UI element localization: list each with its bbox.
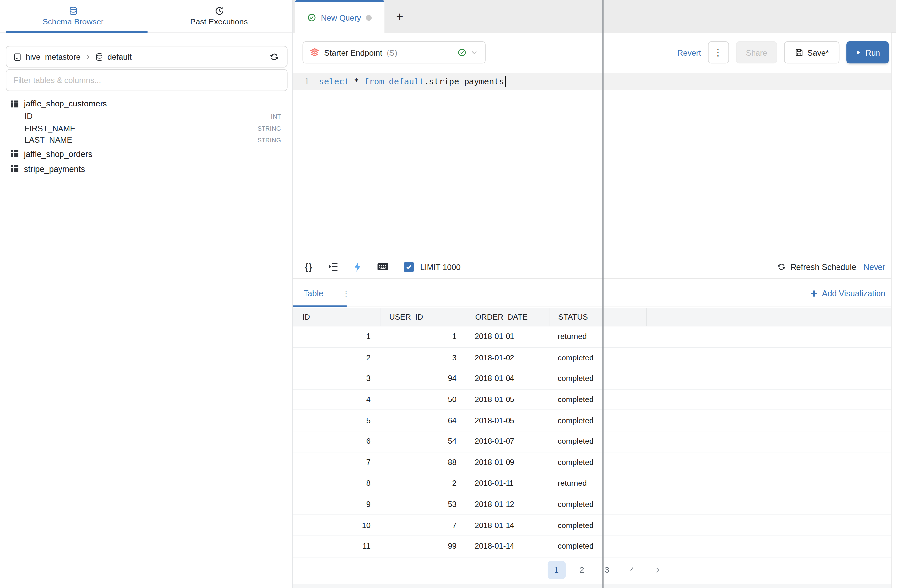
tab-table[interactable]: Table — [303, 279, 323, 307]
refresh-schedule-label: Refresh Schedule — [790, 262, 856, 271]
cell: completed — [549, 494, 646, 514]
format-indent-icon[interactable] — [328, 261, 339, 272]
page-button-1[interactable]: 1 — [547, 561, 566, 579]
sql-code[interactable]: select * from default.stripe_payments — [319, 77, 504, 86]
table-name: jaffle_shop_customers — [24, 99, 107, 108]
page-button-2[interactable]: 2 — [573, 561, 591, 579]
cell: completed — [549, 389, 646, 410]
refresh-schedule-value[interactable]: Never — [863, 262, 886, 271]
table-name: jaffle_shop_orders — [24, 149, 92, 159]
table-row: 7882018-01-09completed — [293, 453, 891, 473]
endpoint-status-icon — [458, 48, 466, 57]
cell: 3 — [293, 368, 380, 389]
cell: 9 — [293, 494, 380, 514]
refresh-schedule: Refresh Schedule Never — [777, 262, 891, 271]
cell: 7 — [380, 515, 466, 536]
table-name: stripe_payments — [24, 164, 85, 173]
breadcrumb-path[interactable]: hive_metastore default — [6, 52, 261, 62]
unsaved-dot-icon[interactable] — [366, 15, 371, 20]
column-type: STRING — [258, 125, 281, 132]
table-row: 6542018-01-07completed — [293, 431, 891, 452]
add-visualization-button[interactable]: Add Visualization — [810, 279, 886, 307]
check-circle-icon — [308, 13, 317, 22]
refresh-schedule-icon — [777, 262, 786, 271]
editor-tools: {} — [293, 261, 461, 272]
editor-active-line[interactable]: 1 select * from default.stripe_payments — [293, 73, 891, 90]
tree-column-ID[interactable]: IDINT — [0, 111, 292, 122]
column-header-ID[interactable]: ID — [293, 308, 380, 326]
code-token: * — [349, 77, 364, 86]
cell: 2018-01-14 — [466, 536, 549, 557]
play-icon — [855, 49, 861, 55]
query-tab-new-query[interactable]: New Query — [295, 0, 384, 33]
page-button-3[interactable]: 3 — [598, 561, 616, 579]
plus-icon — [810, 290, 818, 297]
filter-input[interactable] — [6, 69, 287, 91]
tab-label: Past Executions — [191, 17, 248, 26]
table-tab-menu-icon[interactable]: ⋮ — [342, 279, 350, 307]
cell: 3 — [380, 348, 466, 368]
share-button[interactable]: Share — [736, 42, 777, 64]
sidebar-tabs: Schema Browser Past Executions — [0, 0, 292, 33]
line-number: 1 — [293, 77, 309, 86]
cell: 1 — [293, 326, 380, 347]
column-header-USER_ID[interactable]: USER_ID — [380, 308, 466, 326]
scrollbar-gutter[interactable] — [891, 33, 896, 588]
lightning-icon[interactable] — [354, 261, 362, 272]
endpoint-select[interactable]: Starter Endpoint (S) — [303, 42, 486, 64]
cell: 10 — [293, 515, 380, 536]
cell: completed — [549, 348, 646, 368]
column-header-ORDER_DATE[interactable]: ORDER_DATE — [466, 308, 549, 326]
endpoint-stack-icon — [310, 48, 319, 57]
run-button[interactable]: Run — [846, 42, 889, 64]
keyboard-shortcuts-icon[interactable] — [377, 262, 389, 271]
code-token: . — [424, 77, 429, 86]
cell — [646, 368, 891, 389]
main-pane: New Query + Starter Endpoint (S) — [293, 0, 898, 588]
breadcrumb-catalog[interactable]: hive_metastore — [26, 52, 81, 62]
schema-icon — [95, 52, 103, 61]
new-tab-button[interactable]: + — [389, 0, 410, 33]
cell — [646, 326, 891, 347]
next-page-button[interactable] — [648, 561, 667, 579]
cell: 11 — [293, 536, 380, 557]
cell — [646, 515, 891, 536]
query-tabstrip: New Query + — [293, 0, 896, 33]
tree-item-jaffle_shop_orders[interactable]: jaffle_shop_orders — [0, 147, 292, 161]
tree-item-stripe_payments[interactable]: stripe_payments — [0, 162, 292, 175]
limit-toggle[interactable]: LIMIT 1000 — [404, 262, 461, 272]
tree-column-LAST_NAME[interactable]: LAST_NAMESTRING — [0, 134, 292, 146]
toolbar-actions: Revert ⋮ Share Save* — [678, 42, 889, 64]
cell: 64 — [380, 410, 466, 431]
run-label: Run — [866, 48, 880, 57]
tab-past-executions[interactable]: Past Executions — [146, 0, 292, 32]
revert-button[interactable]: Revert — [678, 48, 701, 57]
tree-item-jaffle_shop_customers[interactable]: jaffle_shop_customers — [0, 97, 292, 111]
braces-icon[interactable]: {} — [304, 262, 313, 272]
database-icon — [68, 6, 78, 15]
save-icon — [795, 48, 803, 57]
column-header-STATUS[interactable]: STATUS — [549, 308, 646, 326]
table-row: 822018-01-11returned — [293, 473, 891, 494]
table-row: 112018-01-01returned — [293, 326, 891, 347]
table-row: 4502018-01-05completed — [293, 389, 891, 410]
refresh-schema-button[interactable] — [261, 46, 287, 67]
cell: 2018-01-02 — [466, 348, 549, 368]
chevron-right-icon — [85, 54, 91, 60]
catalog-icon — [13, 52, 22, 61]
save-button[interactable]: Save* — [784, 42, 840, 64]
sql-editor[interactable]: 1 select * from default.stripe_payments — [293, 72, 891, 255]
cell: completed — [549, 515, 646, 536]
breadcrumb-schema[interactable]: default — [108, 52, 132, 62]
page-button-4[interactable]: 4 — [623, 561, 641, 579]
cell — [646, 410, 891, 431]
cell: completed — [549, 431, 646, 452]
tab-schema-browser[interactable]: Schema Browser — [0, 0, 146, 32]
limit-checkbox[interactable] — [404, 262, 414, 272]
cell: 2018-01-11 — [466, 473, 549, 494]
tree-column-FIRST_NAME[interactable]: FIRST_NAMESTRING — [0, 122, 292, 134]
column-header-empty[interactable] — [646, 308, 891, 326]
footer-strip — [293, 584, 891, 588]
results-tabs: Table ⋮ Add Visualization — [293, 279, 891, 307]
more-actions-button[interactable]: ⋮ — [708, 42, 729, 64]
